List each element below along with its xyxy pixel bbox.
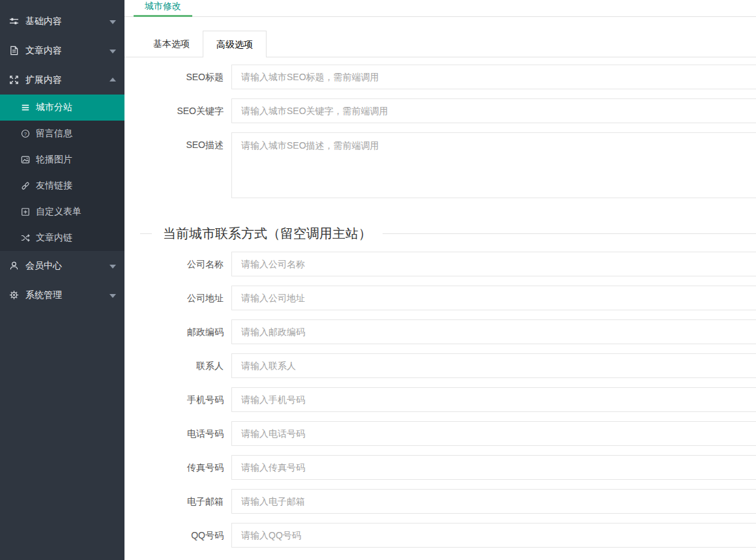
mobile-number-label: 手机号码 bbox=[140, 387, 231, 412]
sidebar-item-label: 基础内容 bbox=[25, 16, 62, 27]
phone-number-label: 电话号码 bbox=[140, 421, 231, 446]
sidebar-item-article-content[interactable]: 文章内容 bbox=[0, 36, 124, 65]
document-icon bbox=[9, 46, 19, 55]
sidebar-item-member-center[interactable]: 会员中心 bbox=[0, 251, 124, 280]
sidebar-item-extended-content[interactable]: 扩展内容 bbox=[0, 65, 124, 95]
page-tab-city-edit[interactable]: 城市修改 bbox=[134, 1, 192, 17]
sidebar-item-label: 系统管理 bbox=[25, 289, 62, 301]
sidebar-subitem-label: 文章内链 bbox=[36, 232, 72, 244]
advanced-options-form: SEO标题 SEO关键字 SEO描述 当前城市联系方式（留空调用主站） bbox=[124, 65, 756, 548]
form-icon bbox=[21, 207, 30, 216]
svg-text:?: ? bbox=[24, 131, 27, 137]
chevron-down-icon bbox=[109, 294, 116, 298]
admin-app: 基础内容 文章内容 bbox=[0, 0, 756, 560]
tab-basic-options[interactable]: 基本选项 bbox=[140, 31, 203, 57]
sidebar-subitem-friend-links[interactable]: 友情链接 bbox=[0, 173, 124, 199]
contact-person-label: 联系人 bbox=[140, 353, 231, 378]
seo-description-label: SEO描述 bbox=[140, 132, 231, 157]
form-row-company-name: 公司名称 bbox=[140, 252, 756, 276]
seo-title-label: SEO标题 bbox=[140, 65, 231, 89]
gear-icon bbox=[9, 290, 19, 300]
email-input[interactable] bbox=[231, 489, 756, 514]
company-name-input[interactable] bbox=[231, 252, 756, 276]
form-row-phone-number: 电话号码 bbox=[140, 421, 756, 446]
chevron-up-icon bbox=[109, 78, 116, 81]
mobile-number-input[interactable] bbox=[231, 387, 756, 412]
sidebar-submenu: 城市分站 ? 留言信息 bbox=[0, 95, 124, 251]
form-row-company-address: 公司地址 bbox=[140, 286, 756, 310]
form-row-seo-description: SEO描述 bbox=[140, 132, 756, 201]
section-legend: 当前城市联系方式（留空调用主站） bbox=[152, 224, 383, 243]
seo-title-input[interactable] bbox=[231, 65, 756, 89]
section-divider-left bbox=[140, 233, 152, 234]
sliders-icon bbox=[9, 16, 19, 26]
page-tab-bar: 城市修改 bbox=[124, 0, 756, 17]
form-row-mobile-number: 手机号码 bbox=[140, 387, 756, 412]
seo-keywords-label: SEO关键字 bbox=[140, 98, 231, 123]
chevron-down-icon bbox=[109, 265, 116, 269]
postal-code-input[interactable] bbox=[231, 319, 756, 344]
email-label: 电子邮箱 bbox=[140, 489, 231, 514]
fax-number-label: 传真号码 bbox=[140, 455, 231, 480]
sidebar: 基础内容 文章内容 bbox=[0, 0, 124, 560]
tab-advanced-options[interactable]: 高级选项 bbox=[203, 31, 267, 57]
contact-person-input[interactable] bbox=[231, 353, 756, 378]
form-row-qq-number: QQ号码 bbox=[140, 523, 756, 548]
fax-number-input[interactable] bbox=[231, 455, 756, 480]
company-address-label: 公司地址 bbox=[140, 286, 231, 310]
menu-icon bbox=[21, 103, 30, 112]
form-row-email: 电子邮箱 bbox=[140, 489, 756, 514]
sidebar-subitem-custom-form[interactable]: 自定义表单 bbox=[0, 199, 124, 225]
expand-icon bbox=[9, 75, 19, 85]
chevron-down-icon bbox=[109, 50, 116, 53]
company-address-input[interactable] bbox=[231, 286, 756, 310]
sidebar-item-basic-content[interactable]: 基础内容 bbox=[0, 7, 124, 36]
form-row-seo-keywords: SEO关键字 bbox=[140, 98, 756, 123]
main-content: 城市修改 基本选项 高级选项 SEO标题 SEO关键字 SEO描述 bbox=[124, 0, 756, 560]
shuffle-icon bbox=[21, 233, 30, 243]
link-icon bbox=[21, 181, 30, 190]
sidebar-subitem-city-substation[interactable]: 城市分站 bbox=[0, 95, 124, 121]
sidebar-subitem-carousel-images[interactable]: 轮播图片 bbox=[0, 147, 124, 173]
sidebar-item-label: 文章内容 bbox=[25, 45, 62, 57]
section-divider-right bbox=[383, 233, 756, 234]
sidebar-item-label: 扩展内容 bbox=[25, 74, 62, 86]
qq-number-input[interactable] bbox=[231, 523, 756, 548]
postal-code-label: 邮政编码 bbox=[140, 319, 231, 344]
form-row-postal-code: 邮政编码 bbox=[140, 319, 756, 344]
chevron-down-icon bbox=[109, 20, 116, 24]
sidebar-subitem-label: 留言信息 bbox=[36, 128, 72, 140]
qq-number-label: QQ号码 bbox=[140, 523, 231, 548]
sidebar-item-system-management[interactable]: 系统管理 bbox=[0, 280, 124, 310]
sidebar-subitem-label: 城市分站 bbox=[36, 102, 72, 113]
phone-number-input[interactable] bbox=[231, 421, 756, 446]
user-icon bbox=[9, 261, 19, 271]
seo-keywords-input[interactable] bbox=[231, 98, 756, 123]
image-icon bbox=[21, 155, 30, 164]
sidebar-item-label: 会员中心 bbox=[25, 260, 62, 272]
contact-section-title: 当前城市联系方式（留空调用主站） bbox=[140, 224, 756, 243]
help-icon: ? bbox=[21, 129, 30, 138]
sidebar-subitem-message-info[interactable]: ? 留言信息 bbox=[0, 121, 124, 147]
company-name-label: 公司名称 bbox=[140, 252, 231, 276]
sidebar-subitem-article-inner-links[interactable]: 文章内链 bbox=[0, 225, 124, 251]
form-row-fax-number: 传真号码 bbox=[140, 455, 756, 480]
seo-description-textarea[interactable] bbox=[231, 132, 756, 198]
sidebar-subitem-label: 自定义表单 bbox=[36, 206, 81, 218]
sidebar-subitem-label: 友情链接 bbox=[36, 180, 72, 192]
sidebar-subitem-label: 轮播图片 bbox=[36, 154, 72, 166]
options-tab-bar: 基本选项 高级选项 bbox=[124, 31, 756, 57]
form-row-seo-title: SEO标题 bbox=[140, 65, 756, 89]
form-row-contact-person: 联系人 bbox=[140, 353, 756, 378]
